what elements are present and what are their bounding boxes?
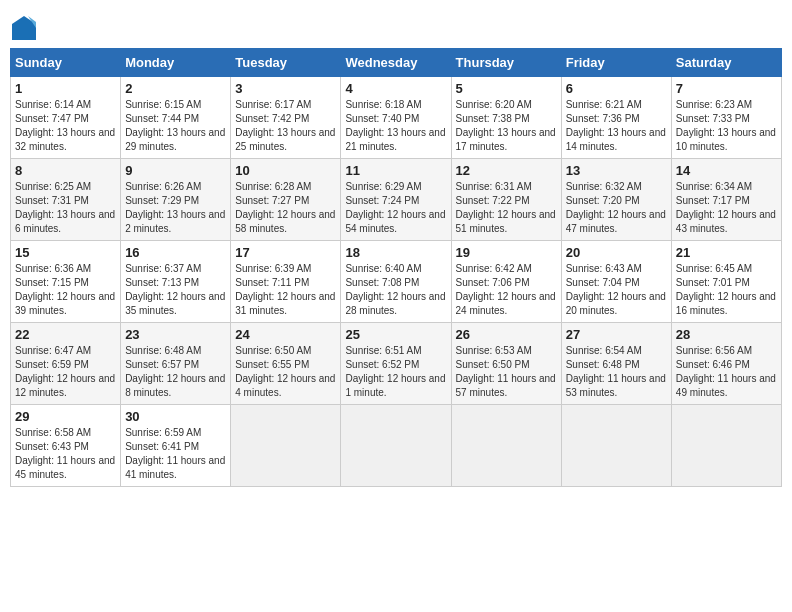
- day-info: Sunrise: 6:58 AMSunset: 6:43 PMDaylight:…: [15, 427, 115, 480]
- day-cell: 30Sunrise: 6:59 AMSunset: 6:41 PMDayligh…: [121, 405, 231, 487]
- day-cell: 1Sunrise: 6:14 AMSunset: 7:47 PMDaylight…: [11, 77, 121, 159]
- day-number: 18: [345, 245, 446, 260]
- day-info: Sunrise: 6:18 AMSunset: 7:40 PMDaylight:…: [345, 99, 445, 152]
- day-number: 5: [456, 81, 557, 96]
- day-cell: 22Sunrise: 6:47 AMSunset: 6:59 PMDayligh…: [11, 323, 121, 405]
- day-cell: 18Sunrise: 6:40 AMSunset: 7:08 PMDayligh…: [341, 241, 451, 323]
- day-cell: 6Sunrise: 6:21 AMSunset: 7:36 PMDaylight…: [561, 77, 671, 159]
- day-cell: 26Sunrise: 6:53 AMSunset: 6:50 PMDayligh…: [451, 323, 561, 405]
- day-number: 30: [125, 409, 226, 424]
- header-cell-wednesday: Wednesday: [341, 49, 451, 77]
- week-row-0: 1Sunrise: 6:14 AMSunset: 7:47 PMDaylight…: [11, 77, 782, 159]
- day-number: 24: [235, 327, 336, 342]
- day-cell: 7Sunrise: 6:23 AMSunset: 7:33 PMDaylight…: [671, 77, 781, 159]
- day-info: Sunrise: 6:50 AMSunset: 6:55 PMDaylight:…: [235, 345, 335, 398]
- day-number: 16: [125, 245, 226, 260]
- day-info: Sunrise: 6:15 AMSunset: 7:44 PMDaylight:…: [125, 99, 225, 152]
- header-cell-monday: Monday: [121, 49, 231, 77]
- day-info: Sunrise: 6:23 AMSunset: 7:33 PMDaylight:…: [676, 99, 776, 152]
- day-info: Sunrise: 6:56 AMSunset: 6:46 PMDaylight:…: [676, 345, 776, 398]
- logo-icon: [10, 14, 38, 42]
- day-number: 19: [456, 245, 557, 260]
- day-number: 11: [345, 163, 446, 178]
- header-row: SundayMondayTuesdayWednesdayThursdayFrid…: [11, 49, 782, 77]
- day-cell: 2Sunrise: 6:15 AMSunset: 7:44 PMDaylight…: [121, 77, 231, 159]
- day-info: Sunrise: 6:26 AMSunset: 7:29 PMDaylight:…: [125, 181, 225, 234]
- day-info: Sunrise: 6:40 AMSunset: 7:08 PMDaylight:…: [345, 263, 445, 316]
- day-cell: 5Sunrise: 6:20 AMSunset: 7:38 PMDaylight…: [451, 77, 561, 159]
- day-info: Sunrise: 6:28 AMSunset: 7:27 PMDaylight:…: [235, 181, 335, 234]
- day-number: 27: [566, 327, 667, 342]
- day-number: 9: [125, 163, 226, 178]
- day-number: 7: [676, 81, 777, 96]
- day-cell: 20Sunrise: 6:43 AMSunset: 7:04 PMDayligh…: [561, 241, 671, 323]
- day-cell: 29Sunrise: 6:58 AMSunset: 6:43 PMDayligh…: [11, 405, 121, 487]
- day-number: 25: [345, 327, 446, 342]
- header-cell-friday: Friday: [561, 49, 671, 77]
- calendar-body: 1Sunrise: 6:14 AMSunset: 7:47 PMDaylight…: [11, 77, 782, 487]
- day-number: 23: [125, 327, 226, 342]
- day-info: Sunrise: 6:17 AMSunset: 7:42 PMDaylight:…: [235, 99, 335, 152]
- day-number: 1: [15, 81, 116, 96]
- day-info: Sunrise: 6:29 AMSunset: 7:24 PMDaylight:…: [345, 181, 445, 234]
- day-info: Sunrise: 6:21 AMSunset: 7:36 PMDaylight:…: [566, 99, 666, 152]
- logo: [10, 14, 42, 42]
- day-info: Sunrise: 6:47 AMSunset: 6:59 PMDaylight:…: [15, 345, 115, 398]
- day-cell: 10Sunrise: 6:28 AMSunset: 7:27 PMDayligh…: [231, 159, 341, 241]
- day-cell: 14Sunrise: 6:34 AMSunset: 7:17 PMDayligh…: [671, 159, 781, 241]
- day-info: Sunrise: 6:20 AMSunset: 7:38 PMDaylight:…: [456, 99, 556, 152]
- day-cell: 9Sunrise: 6:26 AMSunset: 7:29 PMDaylight…: [121, 159, 231, 241]
- day-cell: [231, 405, 341, 487]
- day-cell: 17Sunrise: 6:39 AMSunset: 7:11 PMDayligh…: [231, 241, 341, 323]
- calendar-table: SundayMondayTuesdayWednesdayThursdayFrid…: [10, 48, 782, 487]
- day-info: Sunrise: 6:42 AMSunset: 7:06 PMDaylight:…: [456, 263, 556, 316]
- day-info: Sunrise: 6:25 AMSunset: 7:31 PMDaylight:…: [15, 181, 115, 234]
- page-header: [10, 10, 782, 42]
- day-cell: 21Sunrise: 6:45 AMSunset: 7:01 PMDayligh…: [671, 241, 781, 323]
- day-info: Sunrise: 6:39 AMSunset: 7:11 PMDaylight:…: [235, 263, 335, 316]
- day-info: Sunrise: 6:45 AMSunset: 7:01 PMDaylight:…: [676, 263, 776, 316]
- day-cell: 12Sunrise: 6:31 AMSunset: 7:22 PMDayligh…: [451, 159, 561, 241]
- day-number: 10: [235, 163, 336, 178]
- day-number: 13: [566, 163, 667, 178]
- day-cell: 11Sunrise: 6:29 AMSunset: 7:24 PMDayligh…: [341, 159, 451, 241]
- day-number: 4: [345, 81, 446, 96]
- day-cell: [561, 405, 671, 487]
- day-info: Sunrise: 6:54 AMSunset: 6:48 PMDaylight:…: [566, 345, 666, 398]
- day-number: 14: [676, 163, 777, 178]
- day-cell: 13Sunrise: 6:32 AMSunset: 7:20 PMDayligh…: [561, 159, 671, 241]
- day-number: 8: [15, 163, 116, 178]
- day-cell: [451, 405, 561, 487]
- day-cell: 28Sunrise: 6:56 AMSunset: 6:46 PMDayligh…: [671, 323, 781, 405]
- day-number: 28: [676, 327, 777, 342]
- week-row-3: 22Sunrise: 6:47 AMSunset: 6:59 PMDayligh…: [11, 323, 782, 405]
- day-cell: 24Sunrise: 6:50 AMSunset: 6:55 PMDayligh…: [231, 323, 341, 405]
- header-cell-saturday: Saturday: [671, 49, 781, 77]
- week-row-1: 8Sunrise: 6:25 AMSunset: 7:31 PMDaylight…: [11, 159, 782, 241]
- day-cell: [341, 405, 451, 487]
- day-info: Sunrise: 6:36 AMSunset: 7:15 PMDaylight:…: [15, 263, 115, 316]
- week-row-4: 29Sunrise: 6:58 AMSunset: 6:43 PMDayligh…: [11, 405, 782, 487]
- day-cell: 8Sunrise: 6:25 AMSunset: 7:31 PMDaylight…: [11, 159, 121, 241]
- day-info: Sunrise: 6:31 AMSunset: 7:22 PMDaylight:…: [456, 181, 556, 234]
- day-number: 20: [566, 245, 667, 260]
- header-cell-thursday: Thursday: [451, 49, 561, 77]
- day-cell: 16Sunrise: 6:37 AMSunset: 7:13 PMDayligh…: [121, 241, 231, 323]
- day-number: 15: [15, 245, 116, 260]
- day-cell: 19Sunrise: 6:42 AMSunset: 7:06 PMDayligh…: [451, 241, 561, 323]
- day-number: 3: [235, 81, 336, 96]
- day-cell: 25Sunrise: 6:51 AMSunset: 6:52 PMDayligh…: [341, 323, 451, 405]
- day-cell: 27Sunrise: 6:54 AMSunset: 6:48 PMDayligh…: [561, 323, 671, 405]
- day-number: 21: [676, 245, 777, 260]
- day-info: Sunrise: 6:51 AMSunset: 6:52 PMDaylight:…: [345, 345, 445, 398]
- day-number: 6: [566, 81, 667, 96]
- day-number: 26: [456, 327, 557, 342]
- header-cell-sunday: Sunday: [11, 49, 121, 77]
- day-info: Sunrise: 6:37 AMSunset: 7:13 PMDaylight:…: [125, 263, 225, 316]
- day-number: 17: [235, 245, 336, 260]
- day-info: Sunrise: 6:53 AMSunset: 6:50 PMDaylight:…: [456, 345, 556, 398]
- day-number: 12: [456, 163, 557, 178]
- day-cell: 15Sunrise: 6:36 AMSunset: 7:15 PMDayligh…: [11, 241, 121, 323]
- header-cell-tuesday: Tuesday: [231, 49, 341, 77]
- day-cell: 23Sunrise: 6:48 AMSunset: 6:57 PMDayligh…: [121, 323, 231, 405]
